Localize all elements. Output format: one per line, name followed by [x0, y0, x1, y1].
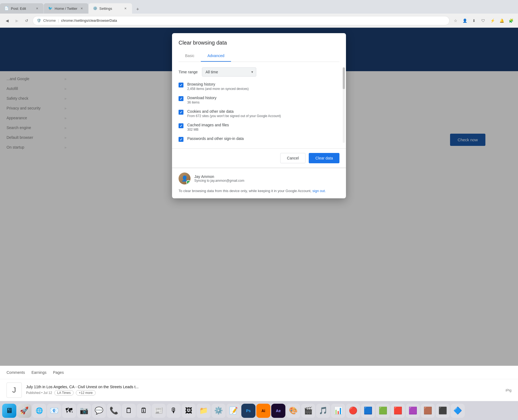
dock-app8[interactable]: 🟥 — [391, 404, 405, 418]
checkbox-cookies-input[interactable]: ✓ — [179, 110, 183, 115]
dock-launchpad[interactable]: 🚀 — [17, 404, 31, 418]
sidebar-arrow-startup: ▶ — [65, 146, 67, 149]
lock-icon: 🛡️ — [37, 18, 41, 23]
tab-close-twitter[interactable]: ✕ — [80, 6, 84, 11]
dock-app10[interactable]: 🟫 — [421, 404, 435, 418]
clear-data-button[interactable]: Clear data — [309, 153, 339, 163]
dock-reminders[interactable]: 🗒 — [122, 404, 136, 418]
sidebar-arrow-google: ▶ — [65, 77, 67, 80]
tab-close-post[interactable]: ✕ — [35, 6, 39, 11]
back-button[interactable]: ◀ — [3, 17, 11, 24]
checkbox-cached-input[interactable]: ✓ — [179, 123, 183, 128]
dock-app7[interactable]: 🟩 — [376, 404, 390, 418]
checkbox-passwords-input[interactable]: ✓ — [179, 137, 183, 142]
article-tag-more[interactable]: +12 more — [76, 390, 96, 396]
scrollbar-thumb[interactable] — [343, 67, 345, 89]
sidebar-item-appearance[interactable]: Appearance ▶ — [0, 113, 73, 123]
checkbox-browsing-history: ✓ Browsing history 2,458 items (and more… — [179, 82, 339, 91]
forward-button[interactable]: ▶ — [13, 17, 21, 24]
pages-section-label[interactable]: Pages — [53, 370, 64, 375]
dock-finder[interactable]: 🖥 — [2, 404, 16, 418]
alert-icon[interactable]: 🔔 — [498, 17, 505, 24]
sidebar-item-google[interactable]: ...and Google ▶ — [0, 74, 73, 84]
tab-twitter[interactable]: 🐦 Home / Twitter ✕ — [44, 3, 88, 14]
lightning-icon[interactable]: ⚡ — [489, 17, 496, 24]
cookies-desc: From 672 sites (you won't be signed out … — [187, 114, 339, 118]
main-area: ...and Google ▶ Autofill ▶ Safety check … — [0, 28, 518, 420]
sidebar-item-safety[interactable]: Safety check ▶ — [0, 93, 73, 103]
tab-settings[interactable]: ⚙️ Settings ✕ — [89, 3, 132, 14]
cookies-label: Cookies and other site data — [187, 109, 339, 114]
dock-calendar[interactable]: 🗓 — [137, 404, 151, 418]
profile-icon[interactable]: 👤 — [461, 17, 469, 24]
dock-app4[interactable]: 📊 — [331, 404, 345, 418]
dock-app3[interactable]: 🎵 — [316, 404, 330, 418]
new-tab-button[interactable]: + — [133, 5, 142, 14]
download-history-label: Download history — [187, 96, 339, 100]
dock-chrome[interactable]: 🌐 — [32, 404, 46, 418]
article-tag-latimes[interactable]: LA Times — [54, 390, 74, 396]
download-history-desc: 36 items — [187, 101, 339, 104]
modal-footer: Cancel Clear data — [172, 149, 346, 168]
extensions-icon[interactable]: 🧩 — [507, 17, 515, 24]
dock-mail[interactable]: 📧 — [47, 404, 61, 418]
sign-out-link[interactable]: sign out. — [313, 189, 326, 193]
dock-photos[interactable]: 📷 — [77, 404, 91, 418]
time-range-row: Time range Last hour Last 24 hours Last … — [179, 67, 339, 77]
dock-ps[interactable]: Ps — [241, 404, 255, 418]
dock-ae[interactable]: Ae — [271, 404, 285, 418]
time-range-select[interactable]: Last hour Last 24 hours Last 7 days Last… — [202, 67, 256, 77]
comments-section-label[interactable]: Comments — [7, 370, 25, 375]
dock-photos2[interactable]: 🖼 — [182, 404, 196, 418]
dock-news[interactable]: 📰 — [152, 404, 166, 418]
scrollbar-track[interactable] — [343, 67, 345, 143]
sidebar-item-startup[interactable]: On startup ▶ — [0, 142, 73, 152]
dock-app5[interactable]: 🔴 — [346, 404, 360, 418]
tab-post-edit[interactable]: 📄 Post: Edit ✕ — [0, 3, 43, 14]
sidebar-item-privacy[interactable]: Privacy and security ▶ — [0, 103, 73, 113]
checkbox-download-history-input[interactable]: ✓ — [179, 96, 183, 101]
modal-title: Clear browsing data — [179, 40, 339, 46]
earnings-section-label[interactable]: Earnings — [32, 370, 46, 375]
article-title[interactable]: July 11th in Los Angeles, CA - Civil Unr… — [26, 385, 244, 389]
dock-messages[interactable]: 💬 — [92, 404, 106, 418]
dock-files[interactable]: 📁 — [196, 404, 211, 418]
modal-header: Clear browsing data Basic Advanced — [172, 33, 346, 62]
dock-podcasts[interactable]: 🎙 — [167, 404, 181, 418]
checkbox-download-history-content: Download history 36 items — [187, 96, 339, 104]
dock-app9[interactable]: 🟪 — [406, 404, 420, 418]
sidebar-label-safety: Safety check — [7, 96, 28, 101]
dock-app12[interactable]: 🔷 — [451, 404, 465, 418]
dock-notes[interactable]: 📝 — [226, 404, 241, 418]
dock-ai[interactable]: Ai — [256, 404, 270, 418]
dock-app1[interactable]: 🎨 — [286, 404, 300, 418]
dock-maps[interactable]: 🗺 — [62, 404, 76, 418]
star-icon[interactable]: ☆ — [452, 17, 459, 24]
shield-icon[interactable]: 🛡 — [479, 17, 487, 24]
modal-tabs: Basic Advanced — [179, 50, 339, 62]
dock-app6[interactable]: 🟦 — [361, 404, 375, 418]
article-initial: J — [7, 383, 22, 398]
sync-icon: ✓ — [188, 181, 189, 184]
tab-title-twitter: Home / Twitter — [55, 7, 77, 11]
reload-button[interactable]: ↺ — [23, 17, 30, 24]
browsing-history-desc: 2,458 items (and more on synced devices) — [187, 87, 339, 91]
address-bar[interactable]: 🛡️ Chrome | chrome://settings/clearBrows… — [33, 16, 450, 25]
cancel-button[interactable]: Cancel — [280, 153, 306, 163]
sidebar-item-default-browser[interactable]: Default browser ▶ — [0, 133, 73, 142]
checkbox-browsing-history-input[interactable]: ✓ — [179, 83, 183, 87]
user-name: Jay Ammon — [194, 174, 339, 179]
tab-basic[interactable]: Basic — [179, 50, 201, 62]
sidebar-item-autofill[interactable]: Autofill ▶ — [0, 84, 73, 93]
download-icon[interactable]: ⬇ — [470, 17, 478, 24]
article-published: Published • Jul 12 — [26, 391, 52, 395]
browsing-history-label: Browsing history — [187, 82, 339, 86]
url-text: chrome://settings/clearBrowserData — [61, 18, 117, 23]
tab-close-settings[interactable]: ✕ — [123, 6, 128, 11]
dock-settings[interactable]: ⚙️ — [211, 404, 226, 418]
sidebar-item-search[interactable]: Search engine ▶ — [0, 123, 73, 133]
dock-app11[interactable]: ⬛ — [436, 404, 450, 418]
dock-app2[interactable]: 🎬 — [301, 404, 315, 418]
dock-facetime[interactable]: 📞 — [107, 404, 121, 418]
tab-advanced[interactable]: Advanced — [201, 50, 231, 62]
